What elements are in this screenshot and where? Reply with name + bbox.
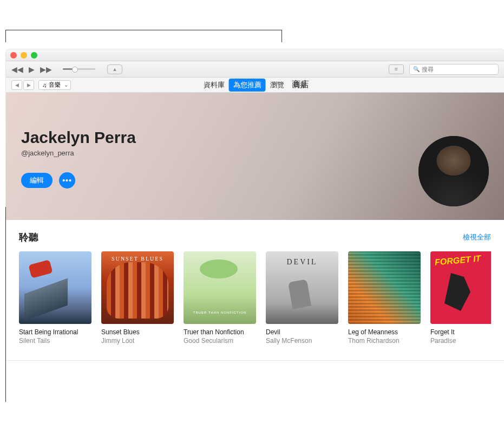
album-artwork: E bbox=[430, 251, 491, 324]
album-card[interactable]: Leg of Meanness Thom Richardson bbox=[348, 251, 421, 345]
more-options-button[interactable]: ••• bbox=[59, 172, 75, 189]
volume-slider[interactable] bbox=[63, 68, 95, 70]
airplay-button[interactable]: ▲ bbox=[107, 64, 122, 74]
avatar-image bbox=[418, 136, 489, 206]
album-artist: Silent Tails bbox=[19, 337, 91, 346]
itunes-window: ◀◀ ▶ ▶▶ ▲ ≡ 🔍 ◀ ▶ ♫ 音樂 資料庫 為您推薦 瀏覽 廣播 bbox=[6, 49, 504, 360]
maximize-button[interactable] bbox=[31, 52, 37, 59]
play-button[interactable]: ▶ bbox=[29, 65, 35, 74]
navigation-bar: ◀ ▶ ♫ 音樂 資料庫 為您推薦 瀏覽 廣播 商店 bbox=[6, 77, 504, 93]
album-title: Sunset Blues bbox=[101, 328, 174, 337]
album-artist: Good Secularism bbox=[184, 337, 256, 346]
window-titlebar bbox=[6, 49, 504, 61]
profile-avatar[interactable] bbox=[418, 136, 489, 206]
album-artwork bbox=[348, 251, 421, 324]
album-title: Leg of Meanness bbox=[348, 328, 421, 337]
media-type-select[interactable]: ♫ 音樂 bbox=[38, 80, 71, 90]
nav-back-button[interactable]: ◀ bbox=[11, 80, 22, 90]
album-card[interactable]: Start Being Irrational Silent Tails bbox=[19, 251, 91, 345]
album-card[interactable]: Devil Sally McFenson bbox=[266, 251, 338, 345]
album-title: Truer than Nonfiction bbox=[184, 328, 256, 337]
tab-library[interactable]: 資料庫 bbox=[199, 79, 229, 92]
search-icon: 🔍 bbox=[413, 66, 420, 72]
album-card[interactable]: Truer than Nonfiction Good Secularism bbox=[184, 251, 256, 345]
profile-header: Jackelyn Perra @jackelyn_perra 編輯 ••• bbox=[6, 93, 504, 220]
album-artwork bbox=[101, 251, 174, 324]
album-artwork bbox=[19, 251, 91, 324]
album-artist: Jimmy Loot bbox=[101, 337, 174, 346]
close-button[interactable] bbox=[10, 52, 17, 59]
album-title: Devil bbox=[266, 328, 338, 337]
album-title: Forget It bbox=[430, 328, 491, 337]
album-title: Start Being Irrational bbox=[19, 328, 91, 337]
album-artist: Sally McFenson bbox=[266, 337, 338, 346]
playback-toolbar: ◀◀ ▶ ▶▶ ▲ ≡ 🔍 bbox=[6, 61, 504, 77]
album-card[interactable]: Sunset Blues Jimmy Loot bbox=[101, 251, 174, 345]
album-artist: Thom Richardson bbox=[348, 337, 421, 346]
search-field[interactable] bbox=[422, 66, 495, 73]
next-track-button[interactable]: ▶▶ bbox=[40, 65, 52, 74]
album-artwork bbox=[266, 251, 338, 324]
profile-handle: @jackelyn_perra bbox=[21, 149, 489, 157]
queue-button[interactable]: ≡ bbox=[389, 64, 404, 74]
listening-album-row: Start Being Irrational Silent Tails Suns… bbox=[19, 251, 491, 345]
album-card[interactable]: E Forget It Paradise bbox=[430, 251, 491, 345]
listening-section-title: 聆聽 bbox=[19, 231, 38, 244]
nav-forward-button[interactable]: ▶ bbox=[23, 80, 34, 90]
media-type-label: 音樂 bbox=[49, 81, 61, 89]
minimize-button[interactable] bbox=[21, 52, 27, 59]
album-artwork bbox=[184, 251, 256, 324]
previous-track-button[interactable]: ◀◀ bbox=[11, 65, 23, 74]
search-input[interactable]: 🔍 bbox=[409, 64, 499, 75]
tab-store[interactable]: 商店 bbox=[287, 77, 313, 92]
music-note-icon: ♫ bbox=[42, 82, 47, 88]
tab-browse[interactable]: 瀏覽 bbox=[266, 79, 289, 92]
profile-display-name: Jackelyn Perra bbox=[21, 128, 489, 147]
tab-for-you[interactable]: 為您推薦 bbox=[229, 79, 266, 92]
see-all-link[interactable]: 檢視全部 bbox=[463, 232, 491, 242]
edit-profile-button[interactable]: 編輯 bbox=[21, 173, 53, 188]
album-artist: Paradise bbox=[430, 337, 491, 346]
